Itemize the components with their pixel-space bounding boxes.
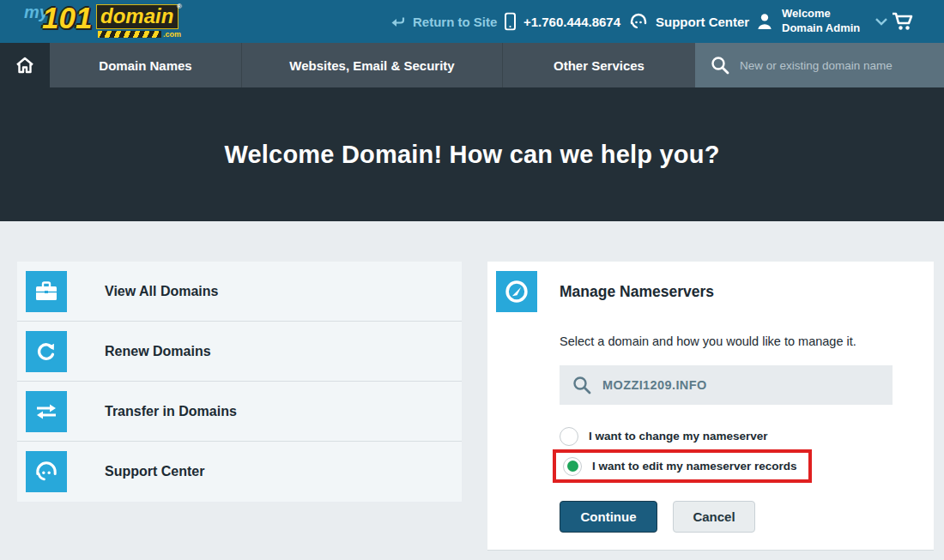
list-item-label: Transfer in Domains bbox=[105, 404, 237, 419]
return-arrow-icon bbox=[390, 15, 405, 28]
tab-websites-email-security[interactable]: Websites, Email & Security bbox=[241, 43, 502, 87]
topbar: my 101 domain ® .com Return to Site +1.7… bbox=[0, 0, 944, 43]
user-icon bbox=[755, 12, 774, 31]
phone-link[interactable]: +1.760.444.8674 bbox=[505, 13, 620, 31]
compass-icon bbox=[496, 271, 537, 312]
main-content: View All Domains Renew Domains Transfe bbox=[0, 221, 944, 560]
red-highlight-box: I want to edit my nameserver records bbox=[553, 449, 812, 483]
return-to-site-link[interactable]: Return to Site bbox=[390, 15, 497, 29]
logo-domain-text: domain bbox=[96, 4, 179, 29]
chevron-down-icon bbox=[874, 17, 888, 26]
panel-title: Manage Nameservers bbox=[560, 283, 714, 301]
list-item-label: Support Center bbox=[105, 464, 204, 479]
list-item-support-center[interactable]: Support Center bbox=[17, 442, 462, 502]
main-nav: Domain Names Websites, Email & Security … bbox=[0, 43, 944, 87]
radio-label: I want to edit my nameserver records bbox=[592, 460, 797, 473]
logo-tld-text: .com bbox=[163, 30, 181, 39]
headset-icon bbox=[629, 13, 648, 30]
nameserver-options: I want to change my nameserver I want to… bbox=[560, 425, 893, 483]
logo-101-text: 101 bbox=[42, 1, 92, 35]
continue-button[interactable]: Continue bbox=[560, 501, 657, 533]
home-tab[interactable] bbox=[0, 43, 50, 87]
support-center-link[interactable]: Support Center bbox=[629, 13, 749, 30]
radio-checked-icon[interactable] bbox=[563, 457, 582, 476]
account-username: Domain Admin bbox=[782, 21, 860, 36]
cart-icon bbox=[891, 11, 917, 32]
list-item-label: View All Domains bbox=[105, 284, 218, 299]
radio-label: I want to change my nameserver bbox=[589, 430, 768, 443]
phone-number: +1.760.444.8674 bbox=[523, 15, 620, 29]
manage-nameservers-panel: Manage Nameservers Select a domain and h… bbox=[487, 262, 934, 551]
hero-title: Welcome Domain! How can we help you? bbox=[224, 141, 719, 169]
list-item-renew-domains[interactable]: Renew Domains bbox=[17, 322, 462, 382]
hero-banner: Welcome Domain! How can we help you? bbox=[0, 87, 944, 221]
panel-subtitle: Select a domain and how you would like t… bbox=[560, 334, 893, 348]
cart-button[interactable] bbox=[891, 11, 917, 32]
list-item-view-all-domains[interactable]: View All Domains bbox=[17, 262, 462, 322]
domain-select-field[interactable]: MOZZI1209.INFO bbox=[560, 365, 893, 405]
briefcase-icon bbox=[26, 271, 67, 312]
mobile-phone-icon bbox=[505, 13, 516, 31]
tab-domain-names[interactable]: Domain Names bbox=[50, 43, 241, 87]
headset-icon bbox=[26, 451, 67, 492]
quick-links-list: View All Domains Renew Domains Transfe bbox=[17, 262, 462, 502]
list-item-label: Renew Domains bbox=[105, 344, 211, 359]
search-icon bbox=[710, 55, 730, 75]
account-menu[interactable]: Welcome Domain Admin bbox=[755, 7, 888, 36]
radio-edit-nameserver-records[interactable]: I want to edit my nameserver records bbox=[563, 455, 797, 478]
renew-icon bbox=[26, 331, 67, 372]
home-icon bbox=[15, 57, 34, 74]
logo-registered-mark: ® bbox=[177, 3, 182, 10]
transfer-icon bbox=[26, 391, 67, 432]
selected-domain-value: MOZZI1209.INFO bbox=[602, 378, 707, 392]
tab-other-services[interactable]: Other Services bbox=[502, 43, 695, 87]
search-icon bbox=[572, 375, 592, 395]
account-welcome: Welcome bbox=[782, 7, 860, 21]
radio-unchecked-icon[interactable] bbox=[560, 427, 578, 446]
radio-change-nameserver[interactable]: I want to change my nameserver bbox=[560, 425, 893, 448]
logo-stripes bbox=[98, 31, 161, 38]
list-item-transfer-in-domains[interactable]: Transfer in Domains bbox=[17, 382, 462, 442]
domain-search-input[interactable] bbox=[740, 59, 937, 72]
return-to-site-label: Return to Site bbox=[413, 15, 497, 29]
support-center-label: Support Center bbox=[656, 15, 749, 29]
site-logo[interactable]: my 101 domain ® .com bbox=[24, 3, 183, 40]
domain-search-box[interactable] bbox=[695, 43, 944, 87]
cancel-button[interactable]: Cancel bbox=[673, 501, 755, 533]
